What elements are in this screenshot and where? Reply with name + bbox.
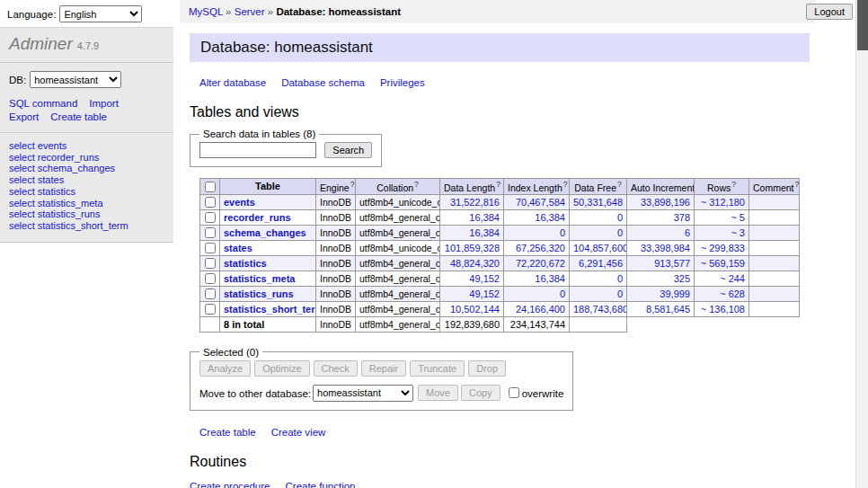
help-icon[interactable]: ?: [563, 180, 568, 189]
sidebar-table-link[interactable]: select statistics_meta: [9, 198, 164, 209]
data-length-link[interactable]: 10,502,144: [450, 304, 500, 315]
index-length-link[interactable]: 16,384: [535, 273, 565, 284]
data-free-link[interactable]: 188,743,680: [573, 304, 627, 315]
rows-count-link[interactable]: ~ 299,833: [701, 243, 745, 253]
column-header-auto-increment[interactable]: Auto Increment?: [627, 179, 695, 195]
help-icon[interactable]: ?: [350, 180, 355, 189]
column-header-table[interactable]: Table: [220, 179, 316, 195]
routine-link[interactable]: Create function: [286, 481, 356, 488]
rows-count-link[interactable]: ~ 244: [720, 273, 745, 284]
rows-count-link[interactable]: ~ 5: [731, 212, 745, 223]
column-header-collation[interactable]: Collation?: [356, 179, 440, 195]
rows-count-link[interactable]: ~ 569,159: [701, 258, 745, 269]
auto-increment-link[interactable]: 378: [674, 212, 690, 223]
column-header-rows[interactable]: Rows?: [695, 179, 749, 195]
table-name-link[interactable]: states: [224, 243, 252, 253]
rows-count-link[interactable]: ~ 136,108: [701, 304, 745, 315]
data-free-link[interactable]: 104,857,600: [573, 243, 627, 253]
column-header-data-free[interactable]: Data Free?: [570, 179, 627, 195]
language-select[interactable]: English: [59, 5, 142, 22]
help-icon[interactable]: ?: [414, 180, 419, 189]
optimize-button[interactable]: Optimize: [254, 360, 309, 377]
help-icon[interactable]: ?: [496, 180, 500, 189]
table-name-link[interactable]: recorder_runs: [224, 212, 291, 223]
create-link[interactable]: Create table: [199, 427, 256, 438]
sidebar-menu-link[interactable]: SQL command: [9, 97, 77, 110]
data-length-link[interactable]: 49,152: [469, 288, 500, 299]
repair-button[interactable]: Repair: [361, 360, 406, 377]
data-free-link[interactable]: 0: [617, 273, 623, 284]
analyze-button[interactable]: Analyze: [199, 360, 251, 377]
table-name-link[interactable]: statistics_meta: [224, 273, 296, 284]
table-name-link[interactable]: statistics: [224, 258, 267, 269]
data-free-link[interactable]: 6,291,456: [579, 258, 623, 269]
sidebar-menu-link[interactable]: Export: [9, 111, 39, 123]
data-free-link[interactable]: 50,331,648: [573, 197, 623, 208]
sidebar-table-link[interactable]: select schema_changes: [9, 163, 164, 174]
data-length-link[interactable]: 48,824,320: [450, 258, 500, 269]
sidebar-table-link[interactable]: select recorder_runs: [9, 152, 164, 164]
data-free-link[interactable]: 0: [617, 212, 623, 223]
sidebar-table-link[interactable]: select statistics_runs: [9, 209, 164, 220]
table-name-link[interactable]: statistics_runs: [224, 288, 294, 299]
breadcrumb-link[interactable]: Server: [235, 6, 265, 17]
data-free-link[interactable]: 0: [617, 288, 623, 299]
row-checkbox[interactable]: [205, 243, 216, 253]
move-button[interactable]: Move: [418, 385, 458, 401]
truncate-button[interactable]: Truncate: [410, 360, 465, 377]
database-action-link[interactable]: Privileges: [380, 77, 425, 88]
drop-button[interactable]: Drop: [468, 360, 506, 377]
help-icon[interactable]: ?: [731, 180, 736, 189]
routine-link[interactable]: Create procedure: [190, 481, 270, 488]
adminer-wordmark[interactable]: Adminer: [9, 34, 73, 53]
move-db-select[interactable]: homeassistant: [313, 385, 413, 402]
row-checkbox[interactable]: [205, 304, 216, 315]
index-length-link[interactable]: 70,467,584: [516, 197, 565, 208]
sidebar-table-link[interactable]: select states: [9, 174, 164, 186]
rows-count-link[interactable]: ~ 628: [720, 288, 745, 299]
index-length-link[interactable]: 72,220,672: [516, 258, 565, 269]
help-icon[interactable]: ?: [795, 180, 800, 189]
index-length-link[interactable]: 0: [560, 288, 565, 299]
database-action-link[interactable]: Alter database: [199, 77, 266, 88]
auto-increment-link[interactable]: 6: [685, 227, 690, 238]
overwrite-checkbox[interactable]: [509, 387, 519, 398]
table-name-link[interactable]: events: [224, 197, 255, 208]
rows-count-link[interactable]: ~ 312,180: [701, 197, 745, 208]
search-input[interactable]: [199, 142, 316, 158]
index-length-link[interactable]: 67,256,320: [516, 243, 565, 253]
row-checkbox[interactable]: [205, 227, 216, 238]
auto-increment-link[interactable]: 33,398,984: [641, 243, 690, 253]
column-header-engine[interactable]: Engine?: [316, 179, 356, 195]
vertical-scrollbar[interactable]: [855, 0, 868, 488]
rows-count-link[interactable]: ~ 3: [731, 227, 745, 238]
column-header-comment[interactable]: Comment?: [749, 179, 800, 195]
column-header-data-length[interactable]: Data Length?: [440, 179, 504, 195]
select-all-checkbox[interactable]: [205, 182, 216, 192]
index-length-link[interactable]: 0: [560, 227, 565, 238]
auto-increment-link[interactable]: 8,581,645: [646, 304, 690, 315]
breadcrumb-link[interactable]: MySQL: [189, 6, 223, 17]
data-length-link[interactable]: 101,859,328: [445, 243, 500, 253]
sidebar-table-link[interactable]: select statistics: [9, 186, 164, 198]
sidebar-menu-link[interactable]: Create table: [50, 111, 107, 123]
data-length-link[interactable]: 16,384: [469, 212, 500, 223]
auto-increment-link[interactable]: 39,999: [660, 288, 690, 299]
auto-increment-link[interactable]: 913,577: [654, 258, 690, 269]
search-button[interactable]: Search: [324, 142, 372, 158]
copy-button[interactable]: Copy: [461, 385, 500, 401]
database-action-link[interactable]: Database schema: [281, 77, 365, 88]
data-length-link[interactable]: 31,522,816: [450, 197, 500, 208]
logout-button[interactable]: Logout: [806, 4, 853, 20]
db-select[interactable]: homeassistant: [30, 71, 121, 88]
index-length-link[interactable]: 16,384: [535, 212, 565, 223]
auto-increment-link[interactable]: 325: [674, 273, 690, 284]
data-length-link[interactable]: 49,152: [469, 273, 500, 284]
help-icon[interactable]: ?: [617, 180, 622, 189]
row-checkbox[interactable]: [205, 273, 216, 284]
sidebar-table-link[interactable]: select events: [9, 140, 164, 152]
column-header-index-length[interactable]: Index Length?: [504, 179, 570, 195]
sidebar-table-link[interactable]: select statistics_short_term: [9, 220, 164, 232]
data-length-link[interactable]: 16,384: [469, 227, 500, 238]
data-free-link[interactable]: 0: [617, 227, 623, 238]
